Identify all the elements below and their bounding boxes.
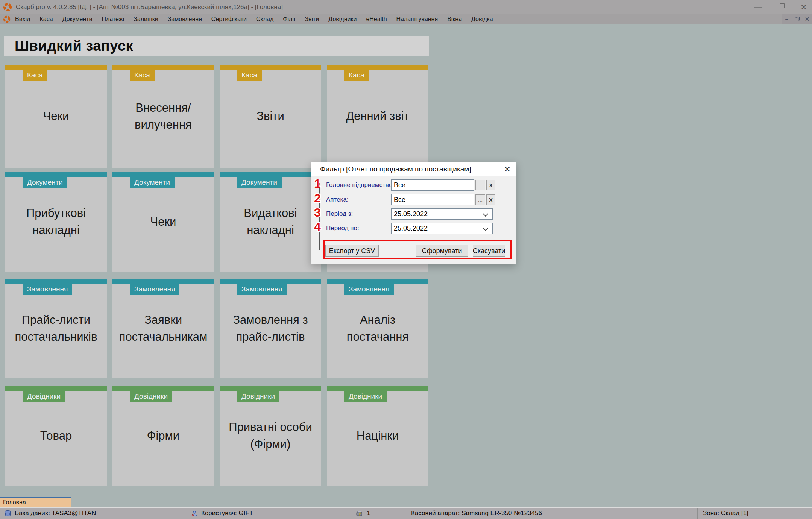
status-cash-register: Касовий апарат: Samsung ER-350 №123456 [405, 508, 698, 519]
period-to-select[interactable]: 25.05.2022 [391, 223, 493, 234]
status-zone: Зона: Склад [1] [698, 508, 812, 519]
tile-zvity-kasa[interactable]: Каса Звіти [220, 65, 321, 168]
head-enterprise-label: Головне підприемство: [326, 181, 394, 189]
tile-label: Замовлення з прайс-листів [220, 279, 321, 378]
chevron-down-icon [483, 211, 488, 217]
tile-cheky-kasa[interactable]: Каса Чеки [5, 65, 107, 168]
dialog-title-bar[interactable]: Фильтр [Отчет по продажам по поставщикам… [311, 162, 516, 176]
tile-label: Чеки [5, 65, 107, 168]
tile-tovar[interactable]: Довідники Товар [5, 386, 107, 486]
menu-platezhi[interactable]: Платежі [102, 16, 124, 23]
head-enterprise-clear-button[interactable]: X [486, 180, 495, 190]
tile-label: Прайс-листи постачальників [5, 279, 107, 378]
tile-label: Приватні особи (Фірми) [220, 386, 321, 486]
tile-dennyi-zvit[interactable]: Каса Денний звіт [327, 65, 428, 168]
filter-dialog: Фильтр [Отчет по продажам по поставщикам… [311, 162, 516, 264]
period-from-label: Період з: [326, 210, 353, 218]
status-device-count: 1 [350, 508, 405, 519]
tile-firmy[interactable]: Довідники Фірми [112, 386, 214, 486]
database-icon [5, 510, 11, 517]
menu-vikna[interactable]: Вікна [447, 16, 462, 23]
tile-pryvatni-osoby[interactable]: Довідники Приватні особи (Фірми) [220, 386, 321, 486]
zone-text: Зона: Склад [1] [703, 510, 748, 517]
menu-nalashtuvannya[interactable]: Налаштування [396, 16, 438, 23]
menu-bar: Вихід Каса Документи Платежі Залишки Зам… [0, 14, 812, 24]
mdi-restore-icon[interactable] [792, 14, 802, 24]
tile-label: Заявки постачальникам [112, 279, 214, 378]
menu-filii[interactable]: Філії [283, 16, 295, 23]
pharmacy-label: Аптека: [326, 196, 349, 203]
pharmacy-clear-button[interactable]: X [486, 194, 495, 205]
app-logo-icon [3, 3, 12, 12]
tile-label: Звіти [220, 65, 321, 168]
menu-logo-icon [3, 15, 11, 23]
tile-label: Видаткові накладні [220, 172, 321, 272]
menu-zalyshky[interactable]: Залишки [134, 16, 158, 23]
tile-cheky-dokumenty[interactable]: Документи Чеки [112, 172, 214, 272]
tile-zamovlennya-z-prais-lystiv[interactable]: Замовлення Замовлення з прайс-листів [220, 279, 321, 378]
cash-register-text: Касовий апарат: Samsung ER-350 №123456 [411, 510, 542, 517]
user-icon [191, 510, 197, 517]
head-enterprise-input[interactable]: Все [391, 179, 474, 191]
device-count-text: 1 [367, 510, 370, 517]
field-row-pharmacy: Аптека: Все ... X [311, 194, 516, 205]
mdi-minimize-icon[interactable]: – [782, 14, 792, 24]
window-title: Скарб pro v. 4.0.2.85 [ІД: ] - [Апт №003… [16, 3, 283, 11]
field-row-period-from: Період з: 25.05.2022 [311, 208, 516, 220]
tile-vnesennya-vyluchennya[interactable]: Каса Внесення/вилучення [112, 65, 214, 168]
dialog-title: Фильтр [Отчет по продажам по поставщикам… [320, 165, 471, 173]
annotation-number-2: 2 [314, 192, 327, 204]
cash-device-icon [356, 510, 363, 516]
tile-vydatkovi-nakladni[interactable]: Документи Видаткові накладні [220, 172, 321, 272]
app-window: { "window": { "title": "Скарб pro v. 4.0… [0, 0, 812, 519]
minimize-icon[interactable]: — [754, 3, 762, 11]
tile-label: Аналіз постачання [327, 279, 428, 378]
tile-label: Націнки [327, 386, 428, 486]
field-row-head-enterprise: Головне підприемство: Все ... X [311, 179, 516, 191]
page-title: Швидкий запуск [15, 38, 133, 54]
period-from-select[interactable]: 25.05.2022 [391, 208, 493, 220]
user-text: Користувач: GIFT [201, 510, 253, 517]
menu-zamovlennya[interactable]: Замовлення [168, 16, 202, 23]
dialog-close-icon[interactable]: × [504, 163, 510, 176]
restore-icon[interactable] [778, 3, 785, 11]
tile-label: Фірми [112, 386, 214, 486]
tile-analiz-postachannya[interactable]: Замовлення Аналіз постачання [327, 279, 428, 378]
menu-kasa[interactable]: Каса [40, 16, 53, 23]
quick-launch-header: Швидкий запуск [4, 36, 429, 56]
annotation-number-4: 4 [314, 221, 327, 233]
menu-sertyfikaty[interactable]: Сертифікати [211, 16, 247, 23]
tile-natsinky[interactable]: Довідники Націнки [327, 386, 428, 486]
close-icon[interactable]: × [801, 2, 807, 12]
menu-dovidnyky[interactable]: Довідники [328, 16, 357, 23]
tile-prais-lysty-postachalnykiv[interactable]: Замовлення Прайс-листи постачальників [5, 279, 107, 378]
annotation-number-3: 3 [314, 206, 327, 219]
export-csv-button[interactable]: Експорт у CSV [325, 245, 379, 257]
tab-holovna[interactable]: Головна [0, 497, 71, 507]
cancel-button[interactable]: Скасувати [473, 245, 505, 257]
menu-dokumenty[interactable]: Документи [62, 16, 93, 23]
pharmacy-input[interactable]: Все [391, 194, 474, 205]
text-caret [406, 182, 406, 189]
menu-ehealth[interactable]: eHealth [366, 16, 387, 23]
period-to-label: Период по: [326, 225, 359, 232]
status-database: База даних: TASA3@TITAN [0, 508, 187, 519]
tile-label: Прибуткові накладні [5, 172, 107, 272]
tile-label: Внесення/вилучення [112, 65, 214, 168]
annotation-number-1: 1 [314, 178, 327, 190]
menu-sklad[interactable]: Склад [256, 16, 273, 23]
menu-vykhid[interactable]: Вихід [15, 16, 30, 23]
tile-label: Товар [5, 386, 107, 486]
mdi-close-icon[interactable]: ✕ [802, 14, 812, 24]
tile-label: Чеки [112, 172, 214, 272]
head-enterprise-lookup-button[interactable]: ... [475, 180, 485, 190]
tile-zayavky-postachalnykam[interactable]: Замовлення Заявки постачальникам [112, 279, 214, 378]
menu-zvity[interactable]: Звіти [305, 16, 319, 23]
generate-button[interactable]: Сформувати [416, 245, 468, 257]
tile-label: Денний звіт [327, 65, 428, 168]
tile-prybutkovi-nakladni[interactable]: Документи Прибуткові накладні [5, 172, 107, 272]
menu-dovidka[interactable]: Довідка [471, 16, 493, 23]
pharmacy-lookup-button[interactable]: ... [475, 194, 485, 205]
status-user: Користувач: GIFT [187, 508, 350, 519]
status-bar: База даних: TASA3@TITAN Користувач: GIFT… [0, 507, 812, 519]
